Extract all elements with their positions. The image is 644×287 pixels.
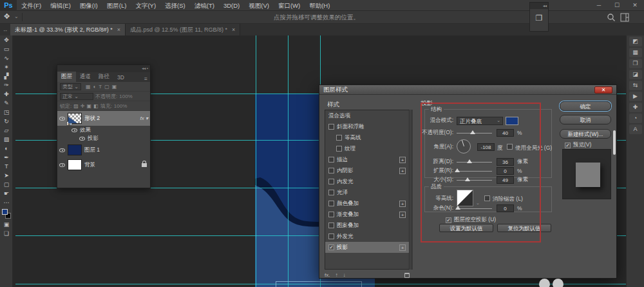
preview-checkbox[interactable]: ✓ <box>565 143 571 148</box>
visibility-eye-icon[interactable] <box>79 137 85 141</box>
layer-row-layer1[interactable]: 图层 1 <box>57 143 150 157</box>
opacity-slider[interactable] <box>457 133 492 134</box>
filter-type-dropdown[interactable]: 类型 ⌄ <box>60 83 81 90</box>
antialias-checkbox[interactable] <box>484 195 490 201</box>
opacity-value[interactable]: 40 <box>497 129 514 137</box>
menu-选择(S)[interactable]: 选择(S) <box>160 0 190 11</box>
layer-knockout-checkbox[interactable]: ✓ <box>446 217 451 223</box>
distance-slider[interactable] <box>457 162 492 163</box>
tab-close-icon[interactable]: × <box>117 26 120 33</box>
menu-3D(D)[interactable]: 3D(D) <box>219 0 244 11</box>
foreground-color-swatch[interactable] <box>2 209 8 215</box>
add-effect-fx-button[interactable]: fx. <box>325 272 330 278</box>
character-panel-icon[interactable]: A <box>629 124 642 134</box>
collapse-arrows-icon[interactable]: ◂◂ <box>530 3 548 9</box>
collapsed-panel[interactable]: ◂◂ ❐ <box>529 2 549 32</box>
layer-thumbnail[interactable]: ▦ <box>68 113 82 124</box>
dialog-title-bar[interactable]: 图层样式 ✕ <box>319 85 616 95</box>
swatches-panel-icon[interactable]: ▦ <box>629 48 642 57</box>
filter-icon[interactable]: T <box>99 84 102 90</box>
quick-selection-tool[interactable]: ✶ <box>0 63 13 72</box>
document-tab-2[interactable]: 成品.psd @ 12.5% (图层 11, RGB/8) * × <box>126 24 240 35</box>
shape-tool[interactable]: ▢ <box>0 180 13 189</box>
lock-icon[interactable]: ▣ <box>87 103 92 109</box>
dialog-close-button[interactable]: ✕ <box>594 86 612 94</box>
fill-value[interactable]: 100% <box>114 103 127 109</box>
menu-图像(I)[interactable]: 图像(I) <box>75 0 102 11</box>
cancel-button[interactable]: 取消 <box>560 115 611 124</box>
layer-row-shape2[interactable]: ▦ 形状 2 fx ▾ <box>57 111 150 126</box>
filter-icon[interactable]: ◐ <box>93 84 97 90</box>
layer-name[interactable]: 图层 1 <box>84 146 100 154</box>
history-brush-tool[interactable]: ↻ <box>0 117 13 126</box>
healing-brush-tool[interactable]: ✚ <box>0 90 13 99</box>
menu-文字(Y)[interactable]: 文字(Y) <box>131 0 160 11</box>
spread-value[interactable]: 0 <box>497 167 514 175</box>
canvas-area[interactable]: ◂◂ ▪ 图层 通道 路径 3D ≡ 类型 ⌄ ▦◐T▢▣ 正常 ⌄ 不透明度:… <box>13 35 626 287</box>
style-item-外发光[interactable]: 外发光 <box>325 231 409 242</box>
style-checkbox[interactable] <box>328 223 334 228</box>
actions-panel-icon[interactable]: ▶ <box>629 92 642 101</box>
blend-mode-dropdown[interactable]: 正常 ⌄ <box>60 93 93 100</box>
noise-slider[interactable] <box>457 208 492 209</box>
visibility-eye-icon[interactable] <box>59 163 65 167</box>
visibility-eye-icon[interactable] <box>59 148 65 152</box>
new-style-button[interactable]: 新建样式(W)... <box>560 129 611 139</box>
clone-stamp-tool[interactable]: ◳ <box>0 108 13 117</box>
fx-badge[interactable]: fx ▾ <box>140 115 148 121</box>
menu-窗口(W)[interactable]: 窗口(W) <box>274 0 305 11</box>
panel-menu-icon[interactable]: ≡ <box>144 75 150 82</box>
workspace-switcher-icon[interactable] <box>620 13 629 22</box>
close-button[interactable]: ✕ <box>626 0 644 11</box>
layer-name[interactable]: 形状 2 <box>84 115 100 123</box>
menu-图层(L)[interactable]: 图层(L) <box>102 0 131 11</box>
menu-视图(V)[interactable]: 视图(V) <box>244 0 274 11</box>
layer-thumbnail[interactable] <box>68 159 82 170</box>
more-tools-icon[interactable]: ⋯ <box>0 198 13 207</box>
menu-滤镜(T)[interactable]: 滤镜(T) <box>190 0 219 11</box>
lock-icon[interactable]: ▨ <box>73 103 79 109</box>
size-slider[interactable] <box>457 180 492 181</box>
visibility-eye-icon[interactable] <box>59 117 65 121</box>
layer-row-background[interactable]: 背景 <box>57 157 150 172</box>
tool-presets-panel-icon[interactable]: ✚ <box>629 103 642 112</box>
use-global-light-checkbox[interactable] <box>507 144 513 150</box>
size-value[interactable]: 49 <box>497 176 514 184</box>
tool-preset-caret-icon[interactable]: ⌄ <box>14 14 19 19</box>
crop-tool[interactable]: ▞ <box>0 72 13 81</box>
filter-icon[interactable]: ▣ <box>112 84 117 90</box>
quick-mask-icon[interactable]: ▣ <box>0 220 13 229</box>
move-effect-down-button[interactable]: ↓ <box>343 272 345 278</box>
style-item-投影[interactable]: ✓投影+ <box>325 242 409 253</box>
spread-slider[interactable] <box>457 171 492 172</box>
dialog-scrollbar-thumb[interactable] <box>613 130 616 155</box>
panel-icon[interactable]: ❐ <box>530 14 548 23</box>
drop-shadow-effect-row[interactable]: 投影 <box>57 134 150 143</box>
color-swatches[interactable] <box>0 208 13 220</box>
move-tool[interactable]: ✥ <box>0 35 13 45</box>
reset-default-button[interactable]: 复位为默认值 <box>497 224 551 232</box>
layer-name[interactable]: 背景 <box>84 161 95 169</box>
move-tool-icon[interactable]: ✥ <box>4 12 10 21</box>
visibility-eye-icon[interactable] <box>71 128 77 132</box>
style-item-图案叠加[interactable]: 图案叠加 <box>325 220 409 231</box>
lock-icon[interactable]: ✛ <box>80 103 85 109</box>
tab-layers[interactable]: 图层 <box>57 72 76 82</box>
angle-value[interactable]: -108 <box>477 143 495 151</box>
adjustments-panel-icon[interactable]: ◪ <box>629 70 642 79</box>
maximize-button[interactable]: ☐ <box>608 0 626 11</box>
tab-close-icon[interactable]: × <box>232 26 235 33</box>
angle-dial[interactable] <box>457 139 471 153</box>
blur-tool[interactable]: ◐ <box>0 144 13 153</box>
document-tab-1[interactable]: 未标题-1 @ 33.3% (形状 2, RGB/8#) * × <box>10 24 126 35</box>
distance-value[interactable]: 36 <box>497 158 514 166</box>
filter-icon[interactable]: ▦ <box>86 84 91 90</box>
set-default-button[interactable]: 设置为默认值 <box>439 224 493 232</box>
hand-tool[interactable]: ☛ <box>0 189 13 198</box>
filter-icon[interactable]: ▢ <box>104 84 109 90</box>
tab-paths[interactable]: 路径 <box>95 72 113 82</box>
menu-帮助(H)[interactable]: 帮助(H) <box>305 0 334 11</box>
effects-row[interactable]: 效果 <box>57 126 150 134</box>
menu-编辑(E)[interactable]: 编辑(E) <box>46 0 75 11</box>
pen-tool[interactable]: ✒ <box>0 153 13 162</box>
